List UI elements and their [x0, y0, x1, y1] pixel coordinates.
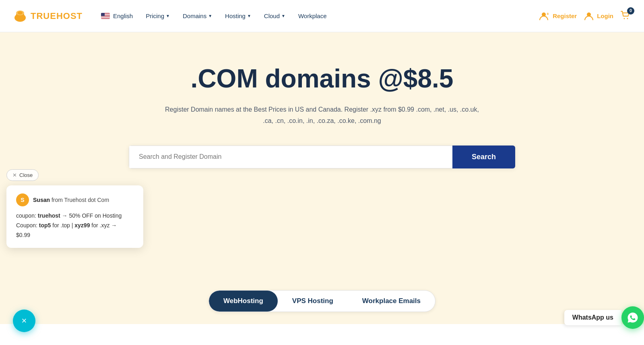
whatsapp-button[interactable] [621, 306, 644, 324]
whatsapp-bar: WhatsApp us [564, 306, 644, 324]
brand-name: TRUEHOST [31, 11, 83, 21]
whatsapp-label: WhatsApp us [564, 310, 621, 324]
nav-hosting[interactable]: Hosting ▼ [219, 9, 257, 23]
nav-domains[interactable]: Domains ▼ [177, 9, 218, 23]
register-label: Register [553, 12, 577, 19]
cloud-chevron-icon: ▼ [281, 14, 285, 18]
chat-price: $0.99 [16, 231, 134, 240]
logo[interactable]: TRUEHOST [13, 9, 83, 23]
svg-point-9 [627, 18, 628, 19]
tab-webhosting[interactable]: WebHosting [209, 291, 278, 312]
svg-point-4 [18, 11, 23, 15]
domain-search-input[interactable] [129, 145, 452, 168]
domain-search-bar: Search [129, 145, 515, 168]
nav-pricing[interactable]: Pricing ▼ [140, 9, 175, 23]
hero-title: .COM domains @$8.5 [191, 64, 454, 93]
nav-cloud[interactable]: Cloud ▼ [258, 9, 291, 23]
cart-badge: 0 [627, 7, 634, 15]
tab-workplace-emails[interactable]: Workplace Emails [348, 291, 435, 312]
chat-body: coupon: truehost → 50% OFF on Hosting Co… [16, 211, 134, 240]
cart-button[interactable]: 0 [620, 10, 631, 23]
hero-subtitle: Register Domain names at the Best Prices… [165, 104, 479, 126]
hero-section: .COM domains @$8.5 Register Domain names… [0, 32, 644, 282]
nav-links: English Pricing ▼ Domains ▼ Hosting ▼ Cl… [95, 9, 539, 23]
login-button[interactable]: Login [583, 10, 613, 22]
close-x-icon: ✕ [12, 172, 17, 178]
search-button[interactable]: Search [452, 145, 515, 168]
chat-line1: coupon: truehost → 50% OFF on Hosting [16, 211, 134, 221]
chat-avatar: S [16, 193, 29, 206]
bottom-tabs: WebHosting VPS Hosting Workplace Emails [0, 282, 644, 324]
login-label: Login [597, 12, 613, 19]
nav-workplace[interactable]: Workplace [293, 9, 332, 23]
chat-sender: Susan from Truehost dot Com [33, 197, 109, 203]
svg-point-8 [624, 18, 625, 19]
chat-header: S Susan from Truehost dot Com [16, 193, 134, 206]
pricing-chevron-icon: ▼ [166, 14, 170, 18]
chat-popup: S Susan from Truehost dot Com coupon: tr… [6, 185, 143, 248]
nav-right: + Register Login 0 [539, 10, 631, 23]
flag-icon [101, 13, 110, 19]
register-button[interactable]: + Register [539, 10, 577, 22]
tab-strip: WebHosting VPS Hosting Workplace Emails [208, 290, 436, 312]
domains-chevron-icon: ▼ [208, 14, 212, 18]
whatsapp-icon [627, 312, 639, 324]
close-button[interactable]: ✕ Close [6, 169, 39, 181]
tab-vps-hosting[interactable]: VPS Hosting [278, 291, 348, 312]
nav-language[interactable]: English [95, 9, 138, 23]
svg-text:+: + [547, 12, 549, 16]
language-label: English [113, 12, 133, 19]
chat-line2: Coupon: top5 for .top | xyz99 for .xyz → [16, 221, 134, 231]
navbar: TRUEHOST English Pricing ▼ Domains ▼ Hos… [0, 0, 644, 32]
dismiss-icon: × [22, 316, 27, 324]
close-label: Close [19, 172, 33, 178]
hosting-chevron-icon: ▼ [247, 14, 251, 18]
